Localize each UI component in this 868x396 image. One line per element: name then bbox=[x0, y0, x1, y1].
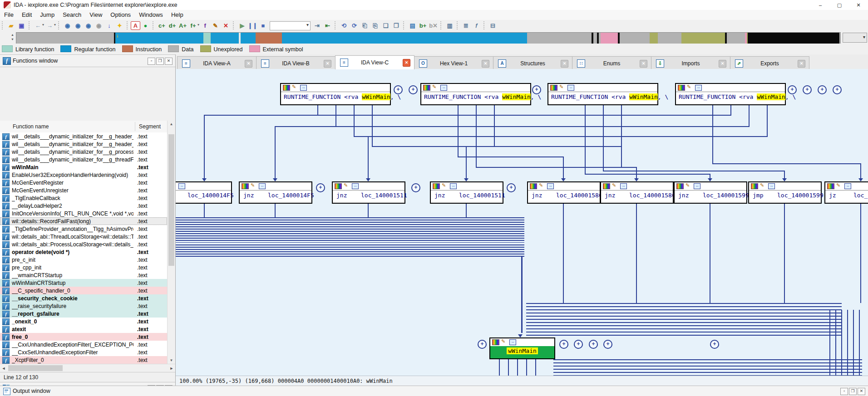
menu-options[interactable]: Options bbox=[106, 10, 135, 20]
debugger-pause-icon[interactable]: ❙❙ bbox=[247, 21, 258, 30]
band-segment[interactable] bbox=[727, 33, 745, 44]
graph-node-runtime-function[interactable]: ✎↔RUNTIME_FUNCTION <rva wWinMain, \ bbox=[280, 83, 391, 105]
branch-mnemonic[interactable]: jnz bbox=[434, 192, 445, 199]
entry-function-label[interactable]: wWinMain bbox=[507, 347, 538, 354]
function-row[interactable]: fwil__details___dynamic_initializer_for_… bbox=[0, 140, 167, 148]
function-row[interactable]: f__delayLoadHelper2.text bbox=[0, 202, 167, 210]
add-comment-icon[interactable]: c+ bbox=[157, 21, 167, 30]
branch-target[interactable]: loc_140001580 bbox=[629, 192, 676, 199]
node-frame-icon[interactable]: ↔ bbox=[509, 339, 516, 345]
function-row[interactable]: fwil::details_abi::ProcessLocalStorage<w… bbox=[0, 240, 167, 248]
add-breakpoint-icon[interactable]: b+ bbox=[418, 21, 428, 30]
node-frame-icon[interactable]: ↔ bbox=[768, 183, 775, 189]
tab-close-icon[interactable]: ✕ bbox=[640, 60, 647, 68]
band-segment[interactable] bbox=[256, 33, 282, 44]
function-row[interactable]: fEnableUser32ExceptionHandlerHardening(v… bbox=[0, 171, 167, 179]
band-segment[interactable] bbox=[620, 33, 650, 44]
group-expand-button[interactable]: + bbox=[559, 340, 568, 349]
group-expand-button[interactable]: + bbox=[833, 85, 842, 94]
edit-comment-icon[interactable]: ✎ bbox=[210, 21, 221, 30]
branch-mnemonic[interactable]: jnz bbox=[532, 192, 542, 199]
node-text[interactable]: RUNTIME_FUNCTION <rva wWinMain, \ bbox=[281, 92, 390, 104]
function-name[interactable]: __C_specific_handler_0 bbox=[12, 288, 70, 294]
function-name[interactable]: __wmainCRTStartup bbox=[12, 272, 62, 279]
functions-column-header[interactable]: Function name Segment bbox=[0, 121, 167, 133]
functions-window-titlebar[interactable]: f Functions window ▫ ❐ ✕ bbox=[0, 54, 175, 67]
tab-hex-view-1[interactable]: OHex View-1✕ bbox=[414, 56, 493, 69]
window-signature-icon[interactable]: 𝑓 bbox=[471, 21, 482, 30]
jump-address-icon[interactable]: ↓ bbox=[104, 21, 114, 30]
node-frame-icon[interactable]: ↔ bbox=[352, 183, 359, 189]
group-expand-button[interactable]: + bbox=[589, 340, 598, 349]
node-frame-icon[interactable]: ↔ bbox=[694, 183, 700, 189]
band-segment[interactable] bbox=[592, 33, 593, 44]
band-segment[interactable] bbox=[601, 33, 618, 44]
tab-structures[interactable]: AStructures✕ bbox=[493, 56, 572, 69]
node-frame-icon[interactable]: ↔ bbox=[567, 85, 574, 91]
node-edit-icon[interactable]: ✎ bbox=[836, 182, 840, 188]
window-misc-icon[interactable]: ⊟ bbox=[488, 21, 498, 30]
function-row[interactable]: fwWinMainCRTStartup.text bbox=[0, 279, 167, 287]
node-color-icon[interactable] bbox=[550, 85, 557, 91]
about-info-icon[interactable]: ▤ bbox=[407, 21, 418, 30]
step-over-icon[interactable]: ⟳ bbox=[349, 21, 360, 30]
node-edit-icon[interactable]: ✎ bbox=[612, 182, 616, 188]
node-frame-icon[interactable]: ↔ bbox=[259, 183, 266, 189]
function-name[interactable]: _TlgEnableCallback bbox=[12, 195, 60, 201]
graph-node-runtime-function[interactable]: ✎↔RUNTIME_FUNCTION <rva wWinMain, \ bbox=[420, 83, 531, 105]
add-data-icon[interactable]: d+ bbox=[167, 21, 178, 30]
add-function-icon[interactable]: f+ bbox=[188, 21, 198, 30]
band-segment[interactable] bbox=[241, 33, 256, 44]
branch-mnemonic[interactable]: jnz bbox=[336, 192, 347, 199]
menu-windows[interactable]: Windows bbox=[135, 10, 167, 20]
menu-help[interactable]: Help bbox=[167, 10, 187, 20]
highlighted-symbol[interactable]: wWinMain bbox=[362, 93, 390, 100]
function-name[interactable]: free_0 bbox=[12, 334, 28, 340]
tab-imports[interactable]: ⇩Imports✕ bbox=[651, 56, 730, 69]
graph-node-entry[interactable]: ✎↔wWinMain bbox=[489, 337, 555, 359]
function-row[interactable]: fpre_cpp_init.text bbox=[0, 264, 167, 271]
node-text[interactable]: RUNTIME_FUNCTION <rva wWinMain, \ bbox=[421, 92, 530, 104]
function-name[interactable]: McGenEventUnregister bbox=[12, 187, 69, 194]
node-edit-icon[interactable]: ✎ bbox=[686, 182, 690, 188]
node-frame-icon[interactable]: ↔ bbox=[547, 183, 554, 189]
tab-close-icon[interactable]: ✕ bbox=[798, 60, 805, 68]
graph-view[interactable]: ✎↔RUNTIME_FUNCTION <rva wWinMain, \✎↔RUN… bbox=[176, 69, 868, 376]
group-expand-button[interactable]: + bbox=[507, 183, 516, 192]
function-name[interactable]: wil__details___dynamic_initializer_for__… bbox=[12, 156, 133, 163]
group-expand-button[interactable]: + bbox=[803, 85, 812, 94]
function-name[interactable]: wWinMainCRTStartup bbox=[12, 280, 65, 286]
debugger-stop-icon[interactable]: ■ bbox=[258, 21, 268, 30]
node-frame-icon[interactable]: ↔ bbox=[695, 85, 702, 91]
function-name[interactable]: EnableUser32ExceptionHandlerHardening(vo… bbox=[12, 172, 128, 178]
band-scroll-down-icon[interactable]: ▼ bbox=[11, 38, 15, 41]
column-segment[interactable]: Segment bbox=[139, 123, 161, 130]
function-name[interactable]: pre_cpp_init bbox=[12, 264, 41, 271]
node-frame-icon[interactable]: ↔ bbox=[450, 183, 457, 189]
node-color-icon[interactable] bbox=[242, 183, 249, 189]
function-row[interactable]: fwil__details___dynamic_initializer_for_… bbox=[0, 132, 167, 140]
node-frame-icon[interactable]: ↔ bbox=[440, 85, 447, 91]
node-color-icon[interactable] bbox=[335, 183, 342, 189]
graph-node-branch[interactable]: ✎↔jnzloc_140001511 bbox=[430, 181, 503, 204]
node-edit-icon[interactable]: ✎ bbox=[251, 182, 255, 188]
functions-float-button[interactable]: ❐ bbox=[156, 58, 164, 65]
branch-target[interactable]: loc_140001599 bbox=[777, 192, 824, 199]
open-file-icon[interactable]: ▰ bbox=[6, 21, 16, 30]
function-name[interactable]: atexit bbox=[12, 326, 26, 332]
node-color-icon[interactable] bbox=[433, 183, 440, 189]
function-name[interactable]: wil__details___dynamic_initializer_for__… bbox=[12, 141, 133, 147]
menu-edit[interactable]: Edit bbox=[18, 10, 36, 20]
node-color-icon[interactable] bbox=[751, 183, 758, 189]
graph-node-runtime-function[interactable]: ✎↔RUNTIME_FUNCTION <rva wWinMain, \ bbox=[675, 83, 786, 105]
graph-node-branch[interactable]: ✎↔jzloc_1400014F5 bbox=[176, 181, 232, 204]
functions-hscrollbar[interactable]: ◄ ► bbox=[0, 364, 175, 372]
node-color-icon[interactable] bbox=[492, 339, 499, 345]
navigate-back-icon[interactable]: ← bbox=[33, 21, 43, 30]
group-expand-button[interactable]: + bbox=[710, 340, 719, 349]
output-dock-button[interactable]: ▫ bbox=[840, 388, 848, 395]
node-color-icon[interactable] bbox=[827, 183, 834, 189]
open-window-icon[interactable]: ❏ bbox=[380, 21, 391, 30]
function-name[interactable]: _XcptFilter_0 bbox=[12, 357, 44, 363]
output-window-titlebar[interactable]: Output window ▫ ❐ ✕ bbox=[0, 386, 868, 396]
